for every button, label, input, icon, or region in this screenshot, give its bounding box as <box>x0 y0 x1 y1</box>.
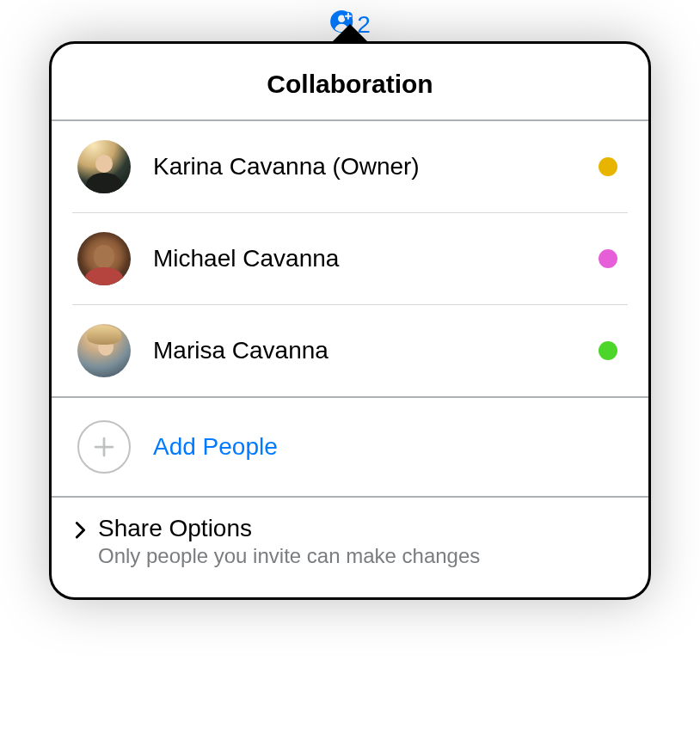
share-options-title: Share Options <box>98 515 480 542</box>
popover-title: Collaboration <box>52 44 648 121</box>
person-name: Karina Cavanna (Owner) <box>153 153 576 180</box>
avatar <box>77 324 131 377</box>
person-name: Marisa Cavanna <box>153 337 576 364</box>
share-options-button[interactable]: Share Options Only people you invite can… <box>52 498 648 597</box>
add-people-label: Add People <box>153 433 278 461</box>
person-row[interactable]: Michael Cavanna <box>72 213 628 305</box>
share-options-subtitle: Only people you invite can make changes <box>98 544 480 568</box>
person-row[interactable]: Marisa Cavanna <box>72 305 628 396</box>
presence-dot <box>599 157 617 176</box>
presence-dot <box>599 341 617 360</box>
add-people-button[interactable]: Add People <box>52 396 648 498</box>
collaboration-popover: Collaboration Karina Cavanna (Owner) Mic… <box>49 41 651 600</box>
chevron-right-icon <box>71 518 89 544</box>
person-row[interactable]: Karina Cavanna (Owner) <box>72 121 628 213</box>
avatar <box>77 140 131 193</box>
avatar <box>77 232 131 285</box>
presence-dot <box>599 249 617 268</box>
popover-arrow <box>333 27 367 44</box>
plus-icon <box>77 420 131 474</box>
person-name: Michael Cavanna <box>153 245 576 272</box>
people-list: Karina Cavanna (Owner) Michael Cavanna M… <box>52 121 648 396</box>
